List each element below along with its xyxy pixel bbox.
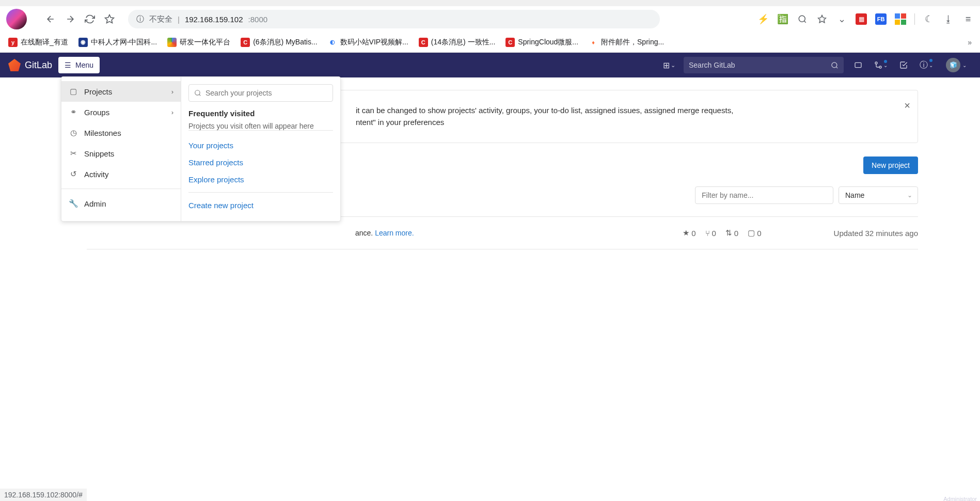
chevron-down-icon[interactable]: ⌄ xyxy=(836,13,847,25)
menu-item-groups[interactable]: ⚭Groups› xyxy=(61,102,181,122)
menu-item-activity[interactable]: ↺Activity xyxy=(61,164,181,184)
bolt-icon[interactable]: ⚡ xyxy=(757,13,769,25)
menu-button-label: Menu xyxy=(75,61,93,69)
bookmark-item[interactable]: ◉中科人才网-中国科... xyxy=(78,38,157,47)
bookmark-label: 在线翻译_有道 xyxy=(21,38,68,47)
menu-item-label: Activity xyxy=(84,170,109,179)
help-icon[interactable]: ⓘ ⌄ xyxy=(918,60,935,71)
project-search-input[interactable] xyxy=(206,89,327,97)
close-icon[interactable]: × xyxy=(904,98,910,113)
svg-point-6 xyxy=(879,66,881,68)
svg-marker-0 xyxy=(105,15,114,23)
extension-2-icon[interactable]: FB xyxy=(875,13,887,25)
status-bar: 192.168.159.102:8000/# xyxy=(0,489,87,501)
menu-item-icon: ⚭ xyxy=(69,107,78,117)
stars-stat[interactable]: ★0 xyxy=(683,228,696,238)
favicon: y xyxy=(8,38,18,47)
extension-1-icon[interactable]: ▦ xyxy=(856,13,867,25)
bookmark-item[interactable]: ◐数码小站VIP视频解... xyxy=(328,38,408,47)
menu-item-snippets[interactable]: ✂Snippets xyxy=(61,143,181,164)
gitlab-search-input[interactable] xyxy=(689,61,831,69)
merge-requests-icon[interactable]: ⌄ xyxy=(873,61,889,69)
project-description: ance. Learn more. xyxy=(355,229,414,237)
menu-button[interactable]: ☰ Menu xyxy=(58,57,100,73)
project-row[interactable]: ance. Learn more. ★0 ⑂0 ⇅0 ▢0 Updated 32… xyxy=(87,217,918,249)
plus-dropdown[interactable]: ⊞ ⌄ xyxy=(661,60,677,70)
favicon: ◉ xyxy=(78,38,88,47)
user-menu[interactable]: 🧊 ⌄ xyxy=(941,58,972,72)
notice-line2: ntent" in your preferences xyxy=(356,117,897,129)
bookmark-label: 附件邮件，Spring... xyxy=(601,38,664,47)
issue-icon: ▢ xyxy=(748,228,755,238)
bookmark-item[interactable]: C(6条消息) MyBatis... xyxy=(241,38,317,47)
separator: | xyxy=(178,15,180,24)
new-project-button[interactable]: New project xyxy=(863,156,918,174)
menu-item-projects[interactable]: ▢Projects› xyxy=(61,81,181,102)
divider xyxy=(188,192,333,193)
moon-icon[interactable]: ☾ xyxy=(923,13,935,25)
hamburger-icon: ☰ xyxy=(65,61,71,69)
gitlab-search[interactable] xyxy=(684,57,844,73)
project-search[interactable] xyxy=(188,84,333,102)
bookmark-item[interactable]: C(14条消息) 一致性... xyxy=(419,38,495,47)
todos-icon[interactable] xyxy=(895,61,912,69)
sort-dropdown[interactable]: Name ⌄ xyxy=(839,186,918,204)
menu-item-admin[interactable]: 🔧 Admin xyxy=(61,193,181,214)
issues-icon[interactable] xyxy=(850,61,866,69)
search-icon xyxy=(194,89,201,97)
info-icon: ⓘ xyxy=(136,14,144,24)
browser-toolbar: ⓘ 不安全 | 192.168.159.102:8000 ⚡ 🈯 ⌄ ▦ FB … xyxy=(0,6,980,32)
download-icon[interactable]: ⭳ xyxy=(943,13,954,25)
bookmark-label: (14条消息) 一致性... xyxy=(431,38,495,47)
updated-label: Updated 32 minutes ago xyxy=(834,229,918,238)
starred-projects-link[interactable]: Starred projects xyxy=(188,154,333,171)
fork-icon: ⑂ xyxy=(705,229,710,238)
project-stats: ★0 ⑂0 ⇅0 ▢0 xyxy=(683,228,761,238)
bookmark-item[interactable]: y在线翻译_有道 xyxy=(8,38,68,47)
back-button[interactable] xyxy=(44,13,57,25)
address-bar[interactable]: ⓘ 不安全 | 192.168.159.102:8000 xyxy=(128,10,660,28)
notice-line1: it can be changed to show projects' acti… xyxy=(356,105,897,117)
star-empty-icon[interactable] xyxy=(103,13,116,25)
frequently-visited-text: Projects you visit often will appear her… xyxy=(188,122,333,130)
divider xyxy=(61,189,181,189)
menu-right-panel: Frequently visited Projects you visit of… xyxy=(181,77,340,221)
browser-profile-avatar[interactable] xyxy=(6,9,27,29)
forks-stat[interactable]: ⑂0 xyxy=(705,229,716,238)
bookmark-item[interactable]: CSpringCloud微服... xyxy=(505,38,578,47)
filter-by-name-input[interactable] xyxy=(695,186,833,204)
issues-stat[interactable]: ▢0 xyxy=(748,228,761,238)
mr-stat[interactable]: ⇅0 xyxy=(725,228,738,238)
reload-button[interactable] xyxy=(84,13,96,25)
favicon: ♦ xyxy=(589,38,598,47)
bookmark-label: 数码小站VIP视频解... xyxy=(340,38,408,47)
browser-menu-icon[interactable]: ≡ xyxy=(962,13,974,25)
svg-point-1 xyxy=(799,15,805,22)
url-port: :8000 xyxy=(248,15,268,24)
extension-3-icon[interactable] xyxy=(895,13,906,25)
svg-point-3 xyxy=(832,62,837,67)
explore-projects-link[interactable]: Explore projects xyxy=(188,171,333,188)
translate-icon[interactable]: 🈯 xyxy=(777,13,788,25)
bookmark-item[interactable]: 研发一体化平台 xyxy=(167,38,230,47)
bookmark-label: SpringCloud微服... xyxy=(518,38,578,47)
forward-button[interactable] xyxy=(64,13,76,25)
menu-item-milestones[interactable]: ◷Milestones xyxy=(61,122,181,143)
zoom-icon[interactable] xyxy=(797,13,808,25)
svg-point-5 xyxy=(875,62,877,64)
bookmark-label: 研发一体化平台 xyxy=(180,38,230,47)
menu-item-label: Groups xyxy=(84,108,109,117)
divider xyxy=(914,13,915,25)
chevron-down-icon: ⌄ xyxy=(907,192,912,199)
bookmark-item[interactable]: ♦附件邮件，Spring... xyxy=(589,38,664,47)
learn-more-link[interactable]: Learn more. xyxy=(375,229,414,237)
svg-point-7 xyxy=(195,90,200,95)
create-new-project-link[interactable]: Create new project xyxy=(188,197,333,214)
menu-item-label: Snippets xyxy=(84,149,114,158)
bookmarks-overflow-icon[interactable]: » xyxy=(968,38,972,46)
gitlab-logo[interactable]: GitLab xyxy=(8,59,52,71)
browser-tabstrip xyxy=(0,0,980,6)
your-projects-link[interactable]: Your projects xyxy=(188,137,333,154)
menu-item-label: Milestones xyxy=(84,129,121,137)
bookmark-star-icon[interactable] xyxy=(816,13,828,25)
